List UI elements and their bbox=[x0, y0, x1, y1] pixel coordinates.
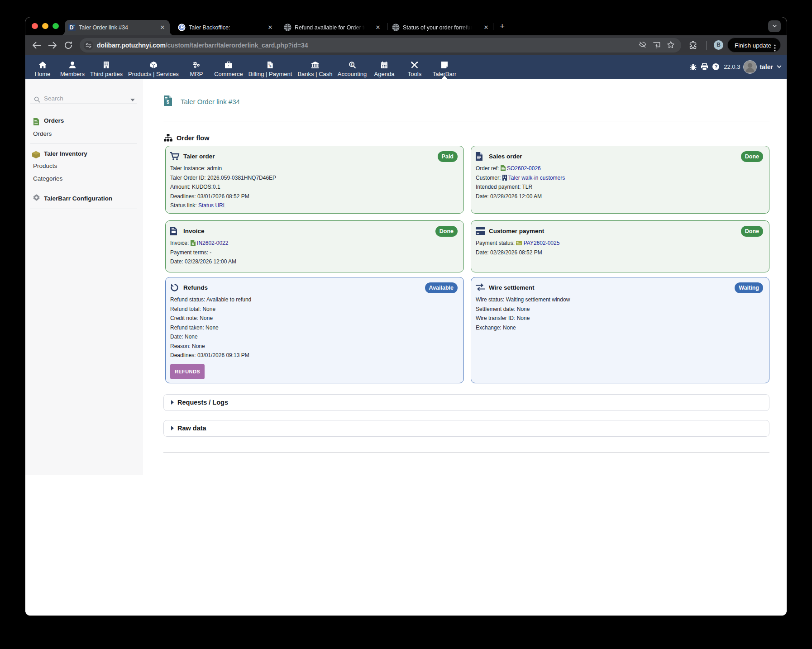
svg-text:$: $ bbox=[192, 242, 194, 246]
svg-text:?: ? bbox=[715, 64, 718, 69]
svg-text:$: $ bbox=[167, 100, 169, 105]
svg-text:D: D bbox=[69, 24, 73, 31]
